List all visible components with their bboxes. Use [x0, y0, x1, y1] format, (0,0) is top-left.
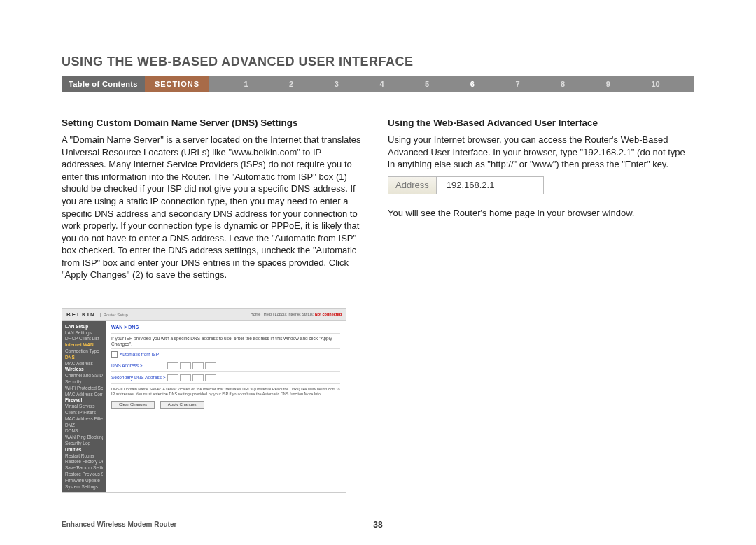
address-bar: Address 192.168.2.1 — [388, 176, 544, 194]
toc-link[interactable]: Table of Contents — [62, 76, 145, 92]
router-sidebar-item: Save/Backup Settings — [65, 465, 103, 472]
section-link-10[interactable]: 10 — [651, 80, 659, 88]
router-sidebar-item: DMZ — [65, 422, 103, 428]
dns2-ip-fields — [167, 374, 216, 381]
router-sidebar-item: Virtual Servers — [65, 404, 103, 410]
section-link-8[interactable]: 8 — [561, 80, 565, 88]
router-sidebar-item: System Settings — [65, 483, 103, 490]
router-sidebar-item: Channel and SSID — [65, 373, 103, 379]
footer-product: Enhanced Wireless Modem Router — [62, 521, 176, 528]
router-sidebar-item: Firmware Update — [65, 477, 103, 483]
router-logo-sub: Router Setup — [100, 313, 128, 317]
auto-isp-checkbox — [111, 351, 118, 358]
router-intro-text: If your ISP provided you with a specific… — [111, 336, 340, 347]
router-sidebar-item: Restore Previous Settings — [65, 472, 103, 478]
left-heading: Setting Custom Domain Name Server (DNS) … — [62, 117, 368, 129]
section-numbers: 1 2 3 4 5 6 7 8 9 10 — [209, 76, 694, 92]
router-screenshot: BELKIN Router Setup Home | Help | Logout… — [62, 308, 346, 493]
address-value: 192.168.2.1 — [437, 177, 544, 194]
section-navbar: Table of Contents SECTIONS 1 2 3 4 5 6 7… — [62, 76, 694, 92]
left-column: Setting Custom Domain Name Server (DNS) … — [62, 117, 368, 493]
router-dns-description: DNS = Domain Name Server. A server locat… — [111, 387, 340, 396]
router-sidebar-item: DDNS — [65, 428, 103, 434]
section-link-9[interactable]: 9 — [606, 80, 610, 88]
router-sidebar-item: Connection Type — [65, 348, 103, 355]
router-breadcrumb: WAN > DNS — [111, 325, 340, 330]
section-link-3[interactable]: 3 — [335, 80, 339, 88]
router-sidebar-item: MAC Address — [65, 360, 103, 367]
router-top-links: Home | Help | Logout Internet Status: No… — [251, 312, 342, 317]
dns-address-label: DNS Address > — [111, 363, 167, 369]
router-sidebar-item: WAN Ping Blocking — [65, 434, 103, 441]
section-link-2[interactable]: 2 — [289, 80, 293, 88]
router-sidebar-item: Restart Router — [65, 453, 103, 459]
section-link-4[interactable]: 4 — [379, 80, 384, 88]
router-sidebar-item: Firewall — [65, 397, 103, 404]
router-sidebar: LAN SetupLAN SettingsDHCP Client ListInt… — [62, 321, 106, 492]
router-sidebar-item: Restore Factory Defaults — [65, 459, 103, 465]
router-sidebar-item: Internet WAN — [65, 342, 103, 348]
right-body-1: Using your Internet browser, you can acc… — [388, 134, 694, 171]
router-sidebar-item: DHCP Client List — [65, 336, 103, 342]
clear-changes-button: Clear Changes — [111, 401, 155, 409]
section-link-6[interactable]: 6 — [470, 80, 475, 88]
footer-page-number: 38 — [373, 520, 382, 530]
router-sidebar-item: Client IP Filters — [65, 410, 103, 416]
left-body: A "Domain Name Server" is a server locat… — [62, 134, 368, 281]
right-heading: Using the Web-Based Advanced User Interf… — [388, 117, 694, 129]
router-sidebar-item: Security Log — [65, 441, 103, 447]
section-link-5[interactable]: 5 — [425, 80, 429, 88]
router-sidebar-item: Utilities — [65, 446, 103, 453]
right-body-2: You will see the Router's home page in y… — [388, 207, 694, 220]
router-main-panel: WAN > DNS If your ISP provided you with … — [106, 321, 346, 492]
section-link-1[interactable]: 1 — [244, 80, 248, 88]
page-title: USING THE WEB-BASED ADVANCED USER INTERF… — [62, 55, 694, 69]
apply-changes-button: Apply Changes — [160, 401, 204, 409]
address-label: Address — [388, 177, 437, 194]
dns2-address-label: Secondary DNS Address > — [111, 375, 167, 381]
router-sidebar-item: Wi-Fi Protected Setup — [65, 385, 103, 391]
router-sidebar-item: LAN Settings — [65, 330, 103, 336]
page-footer: Enhanced Wireless Modem Router 38 — [62, 514, 694, 530]
auto-isp-label: Automatic from ISP — [120, 352, 159, 358]
router-sidebar-item: MAC Address Filtering — [65, 416, 103, 422]
right-column: Using the Web-Based Advanced User Interf… — [388, 117, 694, 493]
sections-label: SECTIONS — [145, 76, 209, 92]
router-sidebar-item: LAN Setup — [65, 323, 103, 330]
router-sidebar-item: DNS — [65, 354, 103, 360]
router-logo: BELKIN — [66, 311, 96, 318]
router-sidebar-item: Wireless — [65, 367, 103, 373]
router-sidebar-item: MAC Address Control — [65, 391, 103, 397]
router-sidebar-item: Security — [65, 379, 103, 385]
dns-ip-fields — [167, 362, 216, 369]
section-link-7[interactable]: 7 — [515, 80, 519, 88]
